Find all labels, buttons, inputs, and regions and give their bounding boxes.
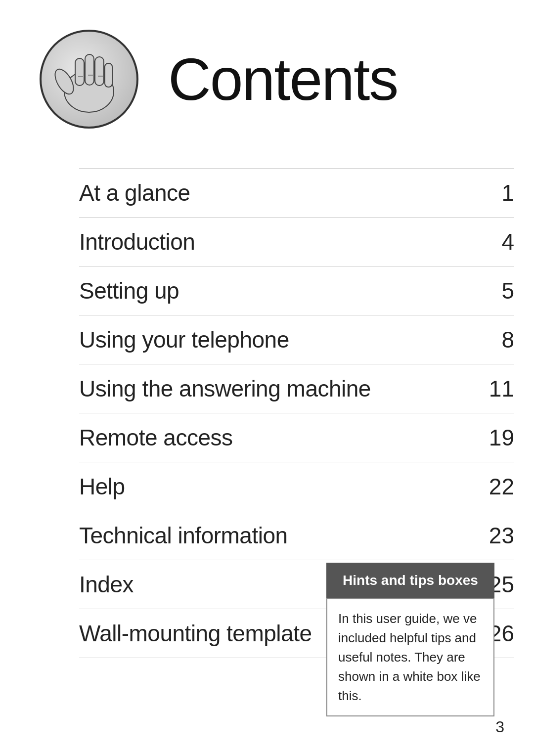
toc-item: Remote access19 (79, 413, 514, 462)
page-header: Contents (40, 30, 494, 129)
toc-label: Wall-mounting template (79, 620, 312, 647)
toc-page: 4 (485, 228, 514, 255)
toc-label: Setting up (79, 277, 179, 304)
svg-rect-4 (95, 57, 104, 86)
page: Contents At a glance1Introduction4Settin… (0, 0, 534, 756)
toc-item: Introduction4 (79, 217, 514, 266)
toc-item: Help22 (79, 462, 514, 511)
hints-box-header: Hints and tips boxes (326, 563, 494, 598)
toc-label: At a glance (79, 179, 190, 206)
toc-page: 1 (485, 179, 514, 206)
toc-page: 11 (485, 375, 514, 402)
toc-label: Help (79, 473, 125, 500)
hand-icon (49, 40, 129, 119)
page-title: Contents (168, 45, 398, 113)
page-number: 3 (495, 718, 504, 736)
toc-label: Remote access (79, 424, 233, 451)
toc-label: Technical information (79, 522, 288, 549)
hints-box: Hints and tips boxes In this user guide,… (326, 563, 494, 716)
toc-page: 19 (485, 424, 514, 451)
toc-item: Using the answering machine11 (79, 364, 514, 413)
toc-page: 5 (485, 277, 514, 304)
toc-label: Index (79, 571, 134, 598)
svg-rect-5 (105, 63, 112, 87)
hints-box-body: In this user guide, we ve included helpf… (326, 598, 494, 716)
toc-label: Using your telephone (79, 326, 289, 353)
toc-item: At a glance1 (79, 168, 514, 217)
toc-page: 23 (485, 522, 514, 549)
toc-label: Introduction (79, 228, 195, 255)
toc-label: Using the answering machine (79, 375, 371, 402)
toc-item: Using your telephone8 (79, 315, 514, 364)
svg-rect-2 (75, 58, 84, 86)
toc-page: 22 (485, 473, 514, 500)
logo-circle (40, 30, 138, 129)
svg-rect-3 (85, 54, 94, 85)
toc-item: Setting up5 (79, 266, 514, 315)
toc-item: Technical information23 (79, 511, 514, 560)
toc-page: 8 (485, 326, 514, 353)
